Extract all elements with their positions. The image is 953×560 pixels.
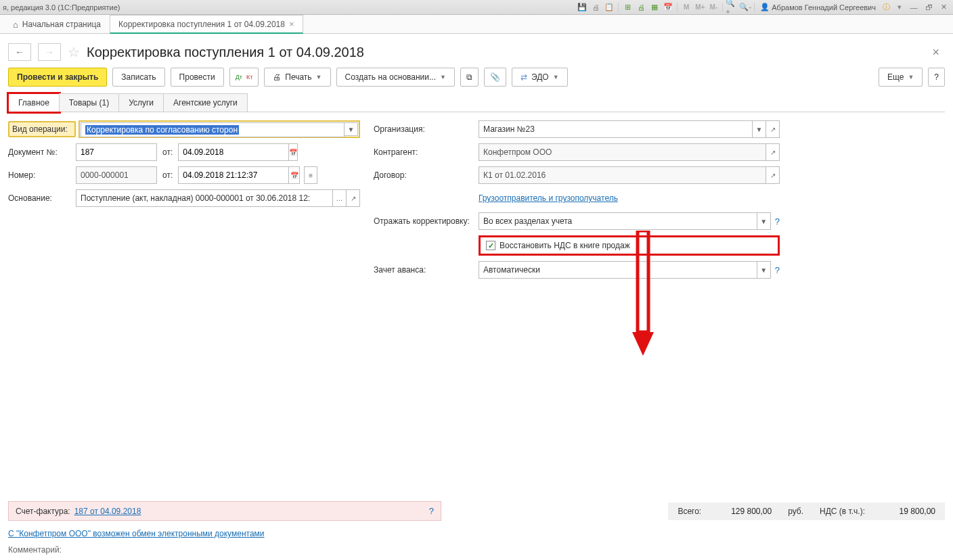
open-button[interactable]: ↗	[766, 120, 780, 138]
calendar-icon[interactable]: 📅	[662, 1, 674, 14]
title-bar: я, редакция 3.0 (1С:Предприятие) 💾 🖨 📋 ⊞…	[0, 0, 953, 15]
calendar-button[interactable]: 📅	[289, 166, 300, 184]
ellipsis-button[interactable]: …	[333, 189, 347, 207]
document-number-input[interactable]	[76, 143, 157, 161]
open-button[interactable]: ↗	[347, 189, 360, 207]
info-icon[interactable]: ⓘ	[880, 1, 892, 14]
chevron-down-icon: ▼	[440, 74, 446, 80]
basis-label: Основание:	[8, 193, 76, 203]
post-button[interactable]: Провести	[171, 68, 224, 87]
edo-button[interactable]: ⇄ ЭДО ▼	[512, 68, 568, 87]
dropdown-button[interactable]: ▼	[757, 212, 771, 230]
vat-value: 19 800,00	[881, 507, 935, 516]
basis-field[interactable]: Поступление (акт, накладная) 0000-000001…	[76, 189, 333, 207]
totals-bar: Всего: 129 800,00 руб. НДС (в т.ч.): 19 …	[668, 503, 945, 520]
chevron-down-icon: ▼	[908, 74, 914, 80]
footer: Счет-фактура: 187 от 04.09.2018 ? Всего:…	[0, 496, 953, 560]
comment-label: Комментарий:	[8, 545, 62, 555]
document-date-input[interactable]	[178, 143, 289, 161]
dropdown-icon[interactable]: ▾	[893, 1, 906, 14]
nav-tab-home[interactable]: ⌂ Начальная страница	[4, 15, 110, 33]
user-icon: 👤	[760, 3, 770, 11]
help-button[interactable]: ?	[429, 506, 434, 516]
structure-button[interactable]: ⧉	[460, 68, 479, 87]
dropdown-button[interactable]: ▼	[345, 122, 358, 136]
organization-label: Организация:	[374, 124, 479, 134]
minimize-button[interactable]: —	[907, 3, 921, 11]
total-label: Всего:	[678, 507, 701, 516]
from-label: от:	[162, 147, 173, 157]
nav-tab-document[interactable]: Корректировка поступления 1 от 04.09.201…	[110, 15, 303, 34]
advance-field[interactable]: Автоматически	[479, 261, 757, 279]
help-button[interactable]: ?	[928, 68, 945, 87]
advance-label: Зачет аванса:	[374, 265, 479, 275]
dropdown-button[interactable]: ▼	[757, 261, 771, 279]
shipper-consignee-link[interactable]: Грузоотправитель и грузополучатель	[479, 193, 618, 203]
help-button[interactable]: ?	[775, 265, 780, 275]
tab-main[interactable]: Главное	[8, 93, 60, 112]
post-and-close-button[interactable]: Провести и закрыть	[8, 68, 107, 87]
nav-tab-label: Корректировка поступления 1 от 04.09.201…	[118, 20, 285, 29]
tab-goods[interactable]: Товары (1)	[59, 93, 119, 112]
calc-icon[interactable]: ⊞	[621, 1, 634, 14]
print-button[interactable]: 🖨 Печать ▼	[264, 68, 330, 87]
counterparty-field: Конфетпром ООО	[479, 143, 766, 161]
m-icon[interactable]: M	[680, 1, 692, 14]
datetime-input[interactable]	[178, 166, 289, 184]
clipboard-icon[interactable]: 📋	[603, 1, 615, 14]
user-name: Абрамов Геннадий Сергеевич	[772, 3, 876, 11]
print-icon[interactable]: 🖨	[590, 1, 602, 14]
zoom-out-icon[interactable]: 🔍-	[739, 1, 751, 14]
grid-icon[interactable]: ▦	[648, 1, 661, 14]
checkbox-icon[interactable]: ✓	[486, 241, 495, 250]
calendar-button[interactable]: 📅	[289, 143, 298, 161]
dropdown-button[interactable]: ▼	[753, 120, 766, 138]
tab-agent-services[interactable]: Агентские услуги	[163, 93, 248, 112]
toolbar: Провести и закрыть Записать Провести ДтК…	[0, 68, 953, 93]
svg-marker-1	[632, 332, 654, 356]
from-label: от:	[162, 170, 173, 180]
zoom-in-icon[interactable]: 🔍+	[726, 1, 738, 14]
m-minus-icon[interactable]: M-	[707, 1, 719, 14]
number-label: Номер:	[8, 170, 76, 180]
edo-hint-link[interactable]: С "Конфетпром ООО" возможен обмен электр…	[8, 529, 265, 538]
total-value: 129 800,00	[717, 507, 772, 516]
document-number-label: Документ №:	[8, 147, 76, 157]
btn-label: Печать	[285, 72, 311, 82]
create-based-button[interactable]: Создать на основании... ▼	[336, 68, 455, 87]
help-button[interactable]: ?	[775, 216, 780, 227]
open-button[interactable]: ↗	[766, 166, 780, 184]
maximize-button[interactable]: 🗗	[922, 3, 935, 11]
contract-field: К1 от 01.02.2016	[479, 166, 766, 184]
attach-button[interactable]: 📎	[484, 68, 506, 87]
operation-type-field[interactable]: Корректировка по согласованию сторон	[81, 122, 345, 137]
favorite-icon[interactable]: ☆	[68, 44, 80, 60]
vat-restore-checkbox-row[interactable]: ✓ Восстановить НДС в книге продаж	[479, 235, 780, 256]
vat-label: НДС (в т.ч.):	[820, 507, 865, 516]
m-plus-icon[interactable]: M+	[694, 1, 706, 14]
nav-tab-label: Начальная страница	[22, 20, 101, 29]
forward-button[interactable]: →	[38, 43, 61, 61]
vat-restore-label: Восстановить НДС в книге продаж	[500, 241, 630, 250]
close-page-button[interactable]: ×	[927, 45, 945, 60]
close-icon[interactable]: ×	[289, 19, 294, 29]
counterparty-label: Контрагент:	[374, 147, 479, 157]
printer-icon: 🖨	[273, 72, 281, 82]
write-button[interactable]: Записать	[112, 68, 164, 87]
print2-icon[interactable]: 🖨	[635, 1, 647, 14]
paperclip-icon: 📎	[490, 72, 500, 82]
reflect-field[interactable]: Во всех разделах учета	[479, 212, 757, 230]
tab-services[interactable]: Услуги	[118, 93, 164, 112]
save-icon[interactable]: 💾	[576, 1, 588, 14]
invoice-link[interactable]: 187 от 04.09.2018	[74, 507, 141, 516]
user-menu[interactable]: 👤 Абрамов Геннадий Сергеевич	[757, 3, 879, 11]
chevron-down-icon: ▼	[316, 74, 322, 80]
invoice-label: Счет-фактура:	[16, 507, 70, 516]
back-button[interactable]: ←	[8, 43, 31, 61]
organization-field[interactable]: Магазин №23	[479, 120, 753, 138]
open-button[interactable]: ↗	[766, 143, 780, 161]
dr-cr-button[interactable]: ДтКт	[229, 68, 259, 87]
more-button[interactable]: Еще ▼	[879, 68, 923, 87]
close-button[interactable]: ✕	[937, 3, 950, 11]
extra-button[interactable]: ≡	[304, 166, 317, 184]
